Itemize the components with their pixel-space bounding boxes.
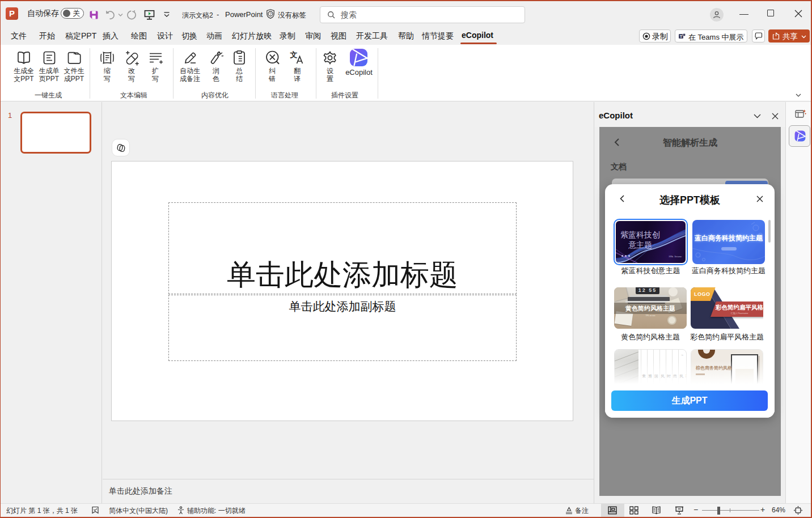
svg-text:文: 文	[290, 50, 298, 59]
svg-text:?: ?	[269, 11, 272, 16]
svg-text:T: T	[680, 35, 682, 39]
